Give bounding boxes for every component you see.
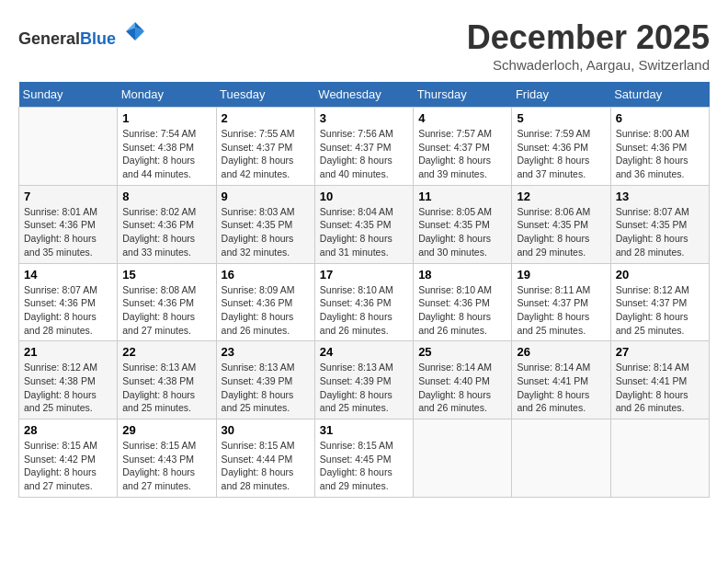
day-number: 5 bbox=[517, 111, 605, 125]
page-header: GeneralBlue December 2025 Schwaderloch, … bbox=[18, 18, 710, 73]
calendar-cell: 23Sunrise: 8:13 AMSunset: 4:39 PMDayligh… bbox=[216, 341, 314, 419]
day-number: 28 bbox=[24, 423, 112, 437]
location: Schwaderloch, Aargau, Switzerland bbox=[467, 57, 710, 73]
day-number: 30 bbox=[222, 423, 310, 437]
day-number: 9 bbox=[222, 190, 310, 203]
calendar-cell: 1Sunrise: 7:54 AMSunset: 4:38 PMDaylight… bbox=[118, 108, 216, 186]
day-info: Sunrise: 8:02 AMSunset: 4:36 PMDaylight:… bbox=[122, 205, 210, 259]
day-info: Sunrise: 7:57 AMSunset: 4:37 PMDaylight:… bbox=[418, 127, 506, 181]
day-info: Sunrise: 7:59 AMSunset: 4:36 PMDaylight:… bbox=[517, 127, 605, 181]
calendar-cell: 16Sunrise: 8:09 AMSunset: 4:36 PMDayligh… bbox=[216, 263, 314, 341]
calendar-cell bbox=[19, 108, 118, 186]
calendar-cell bbox=[610, 419, 709, 498]
day-number: 22 bbox=[122, 345, 210, 359]
calendar-cell: 22Sunrise: 8:13 AMSunset: 4:38 PMDayligh… bbox=[118, 341, 216, 419]
week-row-2: 7Sunrise: 8:01 AMSunset: 4:36 PMDaylight… bbox=[19, 185, 710, 263]
calendar-header-row: SundayMondayTuesdayWednesdayThursdayFrid… bbox=[19, 82, 710, 108]
day-number: 23 bbox=[222, 345, 310, 359]
logo: GeneralBlue bbox=[18, 18, 148, 49]
day-info: Sunrise: 8:09 AMSunset: 4:36 PMDaylight:… bbox=[222, 283, 310, 338]
calendar-cell: 2Sunrise: 7:55 AMSunset: 4:37 PMDaylight… bbox=[216, 108, 314, 186]
day-number: 2 bbox=[222, 111, 310, 125]
day-number: 4 bbox=[418, 111, 506, 125]
calendar-cell: 28Sunrise: 8:15 AMSunset: 4:42 PMDayligh… bbox=[19, 419, 118, 498]
day-number: 1 bbox=[122, 111, 210, 125]
calendar-cell: 21Sunrise: 8:12 AMSunset: 4:38 PMDayligh… bbox=[19, 341, 118, 419]
calendar-cell: 30Sunrise: 8:15 AMSunset: 4:44 PMDayligh… bbox=[216, 419, 314, 498]
calendar-cell: 27Sunrise: 8:14 AMSunset: 4:41 PMDayligh… bbox=[610, 341, 709, 419]
title-section: December 2025 Schwaderloch, Aargau, Swit… bbox=[467, 18, 710, 73]
calendar-cell: 20Sunrise: 8:12 AMSunset: 4:37 PMDayligh… bbox=[610, 263, 709, 341]
day-number: 3 bbox=[320, 111, 408, 125]
header-wednesday: Wednesday bbox=[314, 82, 413, 108]
day-number: 19 bbox=[517, 268, 605, 282]
day-info: Sunrise: 8:15 AMSunset: 4:44 PMDaylight:… bbox=[222, 439, 310, 493]
day-number: 7 bbox=[24, 190, 112, 203]
calendar-cell: 11Sunrise: 8:05 AMSunset: 4:35 PMDayligh… bbox=[414, 185, 512, 263]
week-row-5: 28Sunrise: 8:15 AMSunset: 4:42 PMDayligh… bbox=[19, 419, 710, 498]
day-number: 21 bbox=[24, 345, 112, 359]
calendar-cell: 9Sunrise: 8:03 AMSunset: 4:35 PMDaylight… bbox=[216, 185, 314, 263]
day-info: Sunrise: 8:07 AMSunset: 4:36 PMDaylight:… bbox=[24, 283, 112, 338]
day-info: Sunrise: 8:11 AMSunset: 4:37 PMDaylight:… bbox=[517, 283, 605, 338]
calendar-cell: 19Sunrise: 8:11 AMSunset: 4:37 PMDayligh… bbox=[512, 263, 610, 341]
day-info: Sunrise: 8:10 AMSunset: 4:36 PMDaylight:… bbox=[320, 283, 408, 338]
calendar-cell: 8Sunrise: 8:02 AMSunset: 4:36 PMDaylight… bbox=[118, 185, 216, 263]
day-number: 25 bbox=[418, 345, 506, 359]
day-number: 27 bbox=[616, 345, 704, 359]
day-number: 29 bbox=[122, 423, 210, 437]
day-number: 17 bbox=[320, 268, 408, 282]
calendar-cell bbox=[512, 419, 610, 498]
calendar-cell: 3Sunrise: 7:56 AMSunset: 4:37 PMDaylight… bbox=[314, 108, 413, 186]
calendar-cell: 6Sunrise: 8:00 AMSunset: 4:36 PMDaylight… bbox=[610, 108, 709, 186]
day-info: Sunrise: 8:00 AMSunset: 4:36 PMDaylight:… bbox=[616, 127, 704, 181]
day-info: Sunrise: 7:54 AMSunset: 4:38 PMDaylight:… bbox=[122, 127, 210, 181]
day-number: 6 bbox=[616, 111, 704, 125]
calendar-cell: 13Sunrise: 8:07 AMSunset: 4:35 PMDayligh… bbox=[610, 185, 709, 263]
header-tuesday: Tuesday bbox=[216, 82, 314, 108]
calendar-cell: 29Sunrise: 8:15 AMSunset: 4:43 PMDayligh… bbox=[118, 419, 216, 498]
day-info: Sunrise: 8:06 AMSunset: 4:35 PMDaylight:… bbox=[517, 205, 605, 259]
day-info: Sunrise: 8:03 AMSunset: 4:35 PMDaylight:… bbox=[222, 205, 310, 259]
day-info: Sunrise: 8:04 AMSunset: 4:35 PMDaylight:… bbox=[320, 205, 408, 259]
day-info: Sunrise: 8:08 AMSunset: 4:36 PMDaylight:… bbox=[122, 283, 210, 338]
calendar-cell: 24Sunrise: 8:13 AMSunset: 4:39 PMDayligh… bbox=[314, 341, 413, 419]
week-row-1: 1Sunrise: 7:54 AMSunset: 4:38 PMDaylight… bbox=[19, 108, 710, 186]
calendar-cell: 7Sunrise: 8:01 AMSunset: 4:36 PMDaylight… bbox=[19, 185, 118, 263]
header-monday: Monday bbox=[118, 82, 216, 108]
week-row-4: 21Sunrise: 8:12 AMSunset: 4:38 PMDayligh… bbox=[19, 341, 710, 419]
day-number: 20 bbox=[616, 268, 704, 282]
day-info: Sunrise: 8:15 AMSunset: 4:45 PMDaylight:… bbox=[320, 439, 408, 493]
day-number: 24 bbox=[320, 345, 408, 359]
calendar-cell: 17Sunrise: 8:10 AMSunset: 4:36 PMDayligh… bbox=[314, 263, 413, 341]
calendar-cell: 26Sunrise: 8:14 AMSunset: 4:41 PMDayligh… bbox=[512, 341, 610, 419]
day-number: 8 bbox=[122, 190, 210, 203]
day-info: Sunrise: 8:13 AMSunset: 4:39 PMDaylight:… bbox=[320, 361, 408, 415]
day-number: 14 bbox=[24, 268, 112, 282]
day-number: 18 bbox=[418, 268, 506, 282]
day-info: Sunrise: 8:07 AMSunset: 4:35 PMDaylight:… bbox=[616, 205, 704, 259]
calendar-table: SundayMondayTuesdayWednesdayThursdayFrid… bbox=[18, 82, 710, 498]
calendar-cell: 31Sunrise: 8:15 AMSunset: 4:45 PMDayligh… bbox=[314, 419, 413, 498]
calendar-cell: 15Sunrise: 8:08 AMSunset: 4:36 PMDayligh… bbox=[118, 263, 216, 341]
calendar-cell: 12Sunrise: 8:06 AMSunset: 4:35 PMDayligh… bbox=[512, 185, 610, 263]
day-info: Sunrise: 8:01 AMSunset: 4:36 PMDaylight:… bbox=[24, 205, 112, 259]
day-number: 12 bbox=[517, 190, 605, 203]
day-info: Sunrise: 8:12 AMSunset: 4:37 PMDaylight:… bbox=[616, 283, 704, 338]
day-info: Sunrise: 7:55 AMSunset: 4:37 PMDaylight:… bbox=[222, 127, 310, 181]
day-info: Sunrise: 8:14 AMSunset: 4:40 PMDaylight:… bbox=[418, 361, 506, 415]
month-title: December 2025 bbox=[467, 18, 710, 57]
day-info: Sunrise: 8:15 AMSunset: 4:42 PMDaylight:… bbox=[24, 439, 112, 493]
calendar-cell bbox=[414, 419, 512, 498]
day-number: 16 bbox=[222, 268, 310, 282]
day-number: 31 bbox=[320, 423, 408, 437]
header-saturday: Saturday bbox=[610, 82, 709, 108]
logo-icon bbox=[122, 18, 148, 44]
calendar-cell: 14Sunrise: 8:07 AMSunset: 4:36 PMDayligh… bbox=[19, 263, 118, 341]
day-number: 11 bbox=[418, 190, 506, 203]
calendar-cell: 25Sunrise: 8:14 AMSunset: 4:40 PMDayligh… bbox=[414, 341, 512, 419]
calendar-cell: 10Sunrise: 8:04 AMSunset: 4:35 PMDayligh… bbox=[314, 185, 413, 263]
header-thursday: Thursday bbox=[414, 82, 512, 108]
day-number: 13 bbox=[616, 190, 704, 203]
week-row-3: 14Sunrise: 8:07 AMSunset: 4:36 PMDayligh… bbox=[19, 263, 710, 341]
